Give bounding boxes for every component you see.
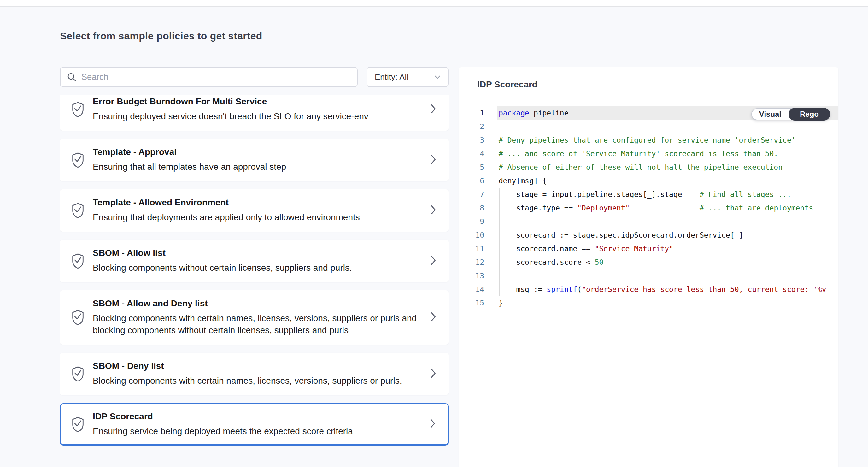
toolbar: Entity: All [60,67,448,87]
indent-guide [499,188,500,296]
screen: Select from sample policies to get start… [0,0,868,467]
code-text: # ... and score of 'Service Maturity' sc… [497,147,838,160]
preview-title: IDP Scorecard [477,80,537,90]
code-line: 12 scorecard.score < 50 [459,256,838,269]
line-number: 1 [459,106,484,120]
code-line: 5# Absence of either of these will not h… [459,160,838,174]
code-text: scorecard.name == "Service Maturity" [497,242,838,256]
chevron-right-icon [431,205,436,216]
policy-card[interactable]: SBOM - Deny list Blocking components wit… [60,353,448,395]
shield-check-icon [71,416,85,433]
policy-title: IDP Scorecard [93,411,353,421]
code-text: scorecard.score < 50 [497,256,838,269]
code-editor: 1package pipeline23# Deny pipelines that… [459,102,838,467]
shield-check-icon [71,152,85,168]
line-number: 5 [459,160,484,174]
page-title: Select from sample policies to get start… [60,30,262,42]
code-text: msg := sprintf("orderService has score l… [497,283,838,296]
policy-list: Error Budget Burndown For Multi Service … [60,95,448,467]
code-text [497,120,838,134]
chevron-right-icon [431,256,436,266]
chevron-right-icon [431,155,436,165]
line-number: 7 [459,188,484,201]
shield-check-icon [71,309,85,326]
code-line: 7 stage = input.pipeline.stages[_].stage… [459,188,838,201]
policy-description: Blocking components with certain names, … [93,312,420,337]
policy-card[interactable]: Template - Allowed Environment Ensuring … [60,189,448,232]
line-number: 8 [459,201,484,215]
code-line: 3# Deny pipelines that are configured fo… [459,134,838,147]
policy-card[interactable]: IDP Scorecard Ensuring service being dep… [60,403,448,445]
chevron-right-icon [431,312,436,323]
policy-card-text: Template - Allowed Environment Ensuring … [93,198,360,224]
code-line: 6deny[msg] { [459,174,838,188]
code-text: scorecard := stage.spec.idpScorecard.ord… [497,229,838,242]
shield-check-icon [71,253,85,269]
policy-card[interactable]: Error Budget Burndown For Multi Service … [60,95,448,130]
line-number: 6 [459,174,484,188]
policy-card-text: SBOM - Allow and Deny list Blocking comp… [93,298,420,337]
policy-card[interactable]: SBOM - Allow list Blocking components wi… [60,240,448,282]
policy-description: Ensuring that deployments are applied on… [93,211,360,224]
policy-card-text: SBOM - Deny list Blocking components wit… [93,361,402,387]
policy-description: Blocking components with certain names, … [93,375,402,387]
visual-rego-toggle[interactable]: Visual Rego [751,108,830,120]
search-box[interactable] [60,67,358,87]
code-text: # Absence of either of these will not ha… [497,160,838,174]
policy-title: SBOM - Deny list [93,361,402,371]
line-number: 15 [459,296,484,310]
policy-card-text: Error Budget Burndown For Multi Service … [93,96,368,122]
code-line: 4# ... and score of 'Service Maturity' s… [459,147,838,160]
policy-title: SBOM - Allow and Deny list [93,298,420,309]
policy-description: Ensuring that all templates have an appr… [93,161,286,173]
line-number: 13 [459,269,484,283]
line-number: 10 [459,229,484,242]
code-line: 10 scorecard := stage.spec.idpScorecard.… [459,229,838,242]
code-lines: 1package pipeline23# Deny pipelines that… [459,106,838,310]
line-number: 14 [459,283,484,296]
entity-filter-dropdown[interactable]: Entity: All [367,67,448,87]
chevron-right-icon [430,419,435,430]
policy-card-text: SBOM - Allow list Blocking components wi… [93,248,352,274]
shield-check-icon [71,366,85,382]
search-input[interactable] [82,72,351,82]
shield-check-icon [71,101,85,118]
policy-title: Template - Approval [93,147,286,157]
search-icon [67,72,76,82]
code-line: 9 [459,215,838,229]
line-number: 11 [459,242,484,256]
line-number: 4 [459,147,484,160]
chevron-right-icon [431,104,436,115]
code-line: 8 stage.type == "Deployment" # ... that … [459,201,838,215]
policy-list-column: Entity: All Error Budget Burndown For Mu… [60,67,448,467]
preview-header: IDP Scorecard [459,67,838,102]
code-text [497,269,838,283]
entity-filter-label: Entity: All [375,72,408,82]
policy-title: SBOM - Allow list [93,248,352,258]
code-text: # Deny pipelines that are configured for… [497,134,838,147]
policy-description: Ensuring deployed service doesn't breach… [93,111,368,122]
policy-description: Blocking components without certain lice… [93,262,352,274]
policy-card[interactable]: SBOM - Allow and Deny list Blocking comp… [60,290,448,345]
code-line: 2 [459,120,838,134]
line-number: 9 [459,215,484,229]
code-line: 13 [459,269,838,283]
code-text: stage.type == "Deployment" # ... that ar… [497,201,838,215]
code-text: } [497,296,838,310]
line-number: 12 [459,256,484,269]
policy-description: Ensuring service being deployed meets th… [93,425,353,437]
code-text [497,215,838,229]
visual-toggle-button[interactable]: Visual [752,110,788,119]
chevron-right-icon [431,369,436,379]
chevron-down-icon [435,76,440,79]
policy-card[interactable]: Template - Approval Ensuring that all te… [60,139,448,181]
code-line: 11 scorecard.name == "Service Maturity" [459,242,838,256]
policy-title: Error Budget Burndown For Multi Service [93,96,368,107]
shield-check-icon [71,202,85,219]
policy-card-text: IDP Scorecard Ensuring service being dep… [93,411,353,437]
policy-title: Template - Allowed Environment [93,198,360,208]
code-line: 15} [459,296,838,310]
rego-toggle-button[interactable]: Rego [788,108,830,120]
top-bar [0,0,868,7]
line-number: 2 [459,120,484,134]
